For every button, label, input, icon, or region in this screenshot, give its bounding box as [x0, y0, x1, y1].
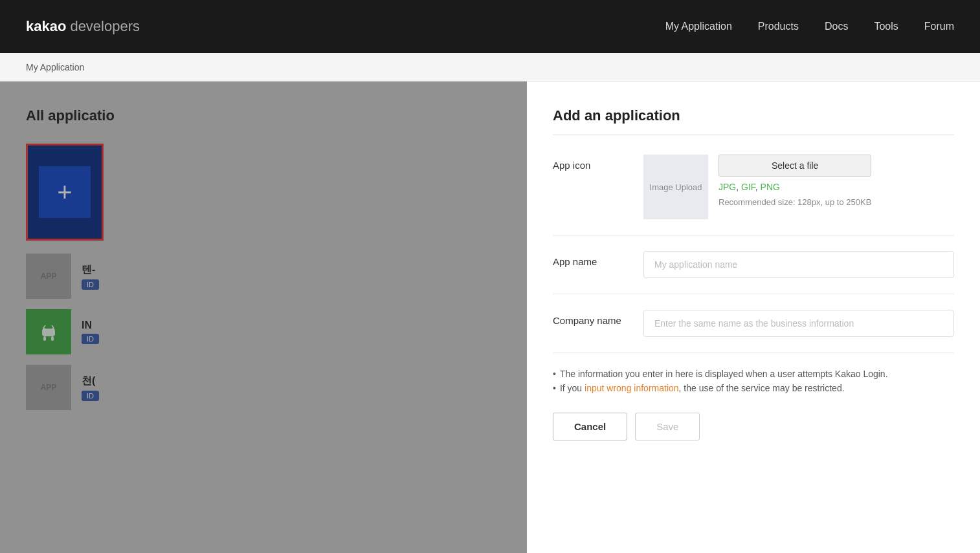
modal-footer: Cancel Save: [553, 413, 954, 440]
icon-upload-area: Image Upload Select a file JPG, GIF, PNG…: [643, 155, 954, 219]
app-name-row: App name: [553, 251, 954, 294]
breadcrumb-bar: My Application: [0, 53, 980, 81]
main-content: All applicatio + APP 텐- ID: [0, 81, 980, 553]
app-icon-row: App icon Image Upload Select a file JPG,…: [553, 155, 954, 235]
info-line-2: If you input wrong information, the use …: [553, 383, 954, 393]
app-icon-label: App icon: [553, 155, 643, 171]
logo-developers: developers: [70, 18, 140, 35]
logo-kakao: kakao: [26, 18, 66, 35]
modal-overlay: Add an application App icon Image Upload…: [0, 81, 980, 553]
app-name-label: App name: [553, 251, 643, 267]
breadcrumb: My Application: [26, 62, 84, 72]
info-section: The information you enter in here is dis…: [553, 369, 954, 393]
cancel-button[interactable]: Cancel: [553, 413, 627, 440]
app-name-control: [643, 251, 954, 278]
main-nav: My Application Products Docs Tools Forum: [665, 21, 954, 32]
icon-upload-info: Select a file JPG, GIF, PNG Recommended …: [718, 155, 871, 207]
file-type-jpg: JPG: [718, 182, 736, 192]
file-type-png: PNG: [761, 182, 780, 192]
nav-docs[interactable]: Docs: [825, 21, 848, 32]
header: kakao developers My Application Products…: [0, 0, 980, 53]
company-name-row: Company name: [553, 310, 954, 353]
select-file-button[interactable]: Select a file: [718, 155, 871, 177]
file-size-hint: Recommended size: 128px, up to 250KB: [718, 197, 871, 207]
file-type-gif: GIF: [741, 182, 755, 192]
modal-title: Add an application: [553, 107, 954, 135]
nav-forum[interactable]: Forum: [924, 21, 954, 32]
company-name-label: Company name: [553, 310, 643, 326]
info-line-1: The information you enter in here is dis…: [553, 369, 954, 379]
company-name-control: [643, 310, 954, 337]
image-upload-text: Image Upload: [650, 182, 702, 192]
nav-my-application[interactable]: My Application: [665, 21, 732, 32]
app-name-input[interactable]: [643, 251, 954, 278]
icon-preview-box: Image Upload: [643, 155, 708, 219]
save-button[interactable]: Save: [635, 413, 700, 440]
company-name-input[interactable]: [643, 310, 954, 337]
file-types: JPG, GIF, PNG: [718, 182, 871, 192]
add-application-modal: Add an application App icon Image Upload…: [527, 81, 980, 553]
app-icon-control: Image Upload Select a file JPG, GIF, PNG…: [643, 155, 954, 219]
nav-products[interactable]: Products: [758, 21, 799, 32]
nav-tools[interactable]: Tools: [874, 21, 898, 32]
logo: kakao developers: [26, 18, 140, 35]
